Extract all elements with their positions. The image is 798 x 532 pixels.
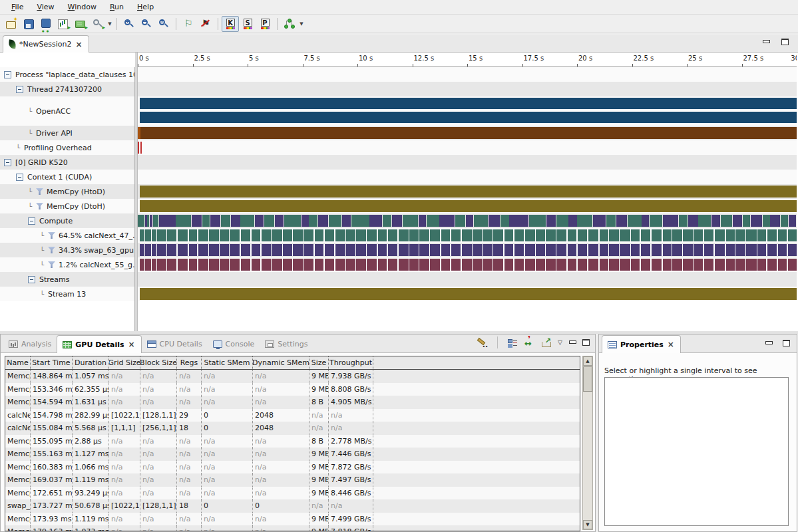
timeline-interval[interactable] [616, 215, 627, 227]
timeline-interval[interactable] [284, 215, 301, 227]
collapse-toggle-icon[interactable] [16, 86, 23, 93]
tab-analysis[interactable]: Analysis [3, 335, 57, 353]
tree-row-process[interactable]: Process "laplace_data_clauses 10... [0, 67, 134, 82]
timeline-interval[interactable] [466, 215, 473, 227]
timeline-interval[interactable] [455, 215, 465, 227]
menu-help[interactable]: Help [131, 1, 160, 13]
timeline-interval[interactable] [140, 112, 797, 123]
column-header-dynamic_smem[interactable]: Dynamic SMem [253, 356, 309, 369]
tree-row-kernel-calcnext47[interactable]: └64.5% calcNext_47_... [0, 228, 134, 243]
stream-coloring-button[interactable]: S [239, 16, 256, 32]
timeline-interval[interactable] [733, 215, 742, 227]
timeline-interval[interactable] [145, 215, 147, 227]
timeline-interval[interactable] [153, 215, 158, 227]
canvas-row-kernel-swap63[interactable] [138, 243, 797, 257]
timeline-interval[interactable] [159, 215, 176, 227]
timeline-interval[interactable] [264, 215, 274, 227]
column-header-regs[interactable]: Regs [177, 356, 202, 369]
timeline-interval[interactable] [427, 215, 439, 227]
timeline-interval[interactable] [781, 215, 788, 227]
process-coloring-button[interactable]: P [256, 16, 274, 32]
session-tab[interactable]: *NewSession2 × [3, 35, 89, 53]
timeline-interval[interactable] [568, 215, 576, 227]
timeline-interval[interactable] [176, 215, 191, 227]
timeline-interval[interactable] [138, 127, 797, 139]
canvas-row-stream-13[interactable] [138, 287, 797, 301]
timeline-interval[interactable] [474, 215, 488, 227]
save-button[interactable] [20, 16, 37, 32]
column-header-static_smem[interactable]: Static SMem [202, 356, 253, 369]
timeline-interval[interactable] [606, 215, 616, 227]
tree-row-profiling-overhead[interactable]: └Profiling Overhead [0, 140, 134, 155]
zoom-out-button[interactable]: − [138, 16, 155, 32]
tab-close-icon[interactable]: × [128, 340, 136, 349]
collapse-toggle-icon[interactable] [28, 217, 35, 225]
timeline-interval[interactable] [140, 200, 797, 212]
canvas-row-context-1[interactable] [138, 170, 797, 184]
tree-row-kernel-swap63[interactable]: └34.3% swap_63_gpu [0, 243, 134, 257]
session-tab-close-icon[interactable]: × [75, 40, 83, 49]
canvas-row-openacc[interactable] [138, 96, 797, 126]
canvas-row-streams[interactable] [138, 272, 797, 287]
timeline-interval[interactable] [500, 215, 509, 227]
zoom-fit-button[interactable]: ± [155, 16, 172, 32]
timeline-interval[interactable] [698, 215, 711, 227]
tree-row-compute[interactable]: Compute [0, 213, 134, 228]
timeline-interval[interactable] [663, 215, 678, 227]
timeline-interval[interactable] [351, 215, 369, 227]
analysis-mode-button[interactable] [281, 16, 298, 32]
timeline-interval[interactable] [546, 215, 556, 227]
find-button[interactable]: ▸ [89, 16, 106, 32]
edit-filter-icon[interactable] [477, 338, 487, 347]
import-session-button[interactable]: ▸ [72, 16, 89, 32]
filter-icon[interactable] [36, 188, 43, 195]
collapse-toggle-icon[interactable] [4, 71, 11, 78]
tree-row-stream-13[interactable]: └Stream 13 [0, 287, 134, 301]
timeline-interval[interactable] [221, 215, 230, 227]
details-maximize-button[interactable] [582, 339, 590, 346]
timeline-interval[interactable] [751, 215, 762, 227]
timeline-interval[interactable] [577, 215, 592, 227]
tab-cpu-details[interactable]: CPU Details [142, 335, 208, 353]
timeline-interval[interactable] [628, 215, 642, 227]
timeline-interval[interactable] [392, 215, 402, 227]
timeline-interval[interactable] [140, 288, 797, 300]
timeline-interval[interactable] [138, 127, 140, 139]
timeline-interval[interactable] [439, 215, 455, 227]
canvas-row-kernel-calcnext55[interactable] [138, 257, 797, 272]
scrollbar-thumb[interactable] [583, 366, 592, 392]
canvas-row-memcpy-dtoh[interactable] [138, 199, 797, 213]
timeline-interval[interactable] [301, 215, 309, 227]
tab-settings[interactable]: Settings [260, 335, 313, 353]
table-row[interactable]: Memcpy155.095 ms2.88 µsn/an/an/an/an/a8 … [5, 435, 580, 448]
analysis-mode-dropdown-icon[interactable]: ▼ [298, 16, 305, 32]
table-row[interactable]: Memcpy154.594 ms1.631 µsn/an/an/an/an/a8… [5, 396, 580, 409]
filter-icon[interactable] [48, 232, 55, 239]
save-all-button[interactable] [37, 16, 55, 32]
tree-row-context-1[interactable]: Context 1 (CUDA) [0, 170, 134, 184]
table-row[interactable]: calcNext155.084 ms5.568 µs[1,1,1][256,1,… [5, 422, 580, 435]
tree-row-grid-k520[interactable]: [0] GRID K520 [0, 155, 134, 170]
column-header-name[interactable]: Name [5, 356, 31, 369]
timeline-interval[interactable] [309, 215, 317, 227]
timeline-interval[interactable] [138, 142, 139, 154]
column-header-throughput[interactable]: Throughput [329, 356, 373, 369]
minimize-button[interactable] [763, 40, 769, 45]
column-header-start_time[interactable]: Start Time [31, 356, 73, 369]
column-header-duration[interactable]: Duration [73, 356, 109, 369]
timeline-interval[interactable] [770, 215, 780, 227]
tab-gpu-details[interactable]: GPU Details× [57, 335, 141, 353]
timeline-interval[interactable] [679, 215, 688, 227]
timeline-interval[interactable] [192, 215, 202, 227]
timeline-interval[interactable] [383, 215, 391, 227]
canvas-row-grid-k520[interactable] [138, 155, 797, 170]
new-session-button[interactable] [3, 16, 20, 32]
timeline-interval[interactable] [743, 215, 750, 227]
tree-row-memcpy-dtoh[interactable]: └MemCpy (DtoH) [0, 199, 134, 213]
table-row[interactable]: Memcpy153.346 ms62.355 µsn/an/an/an/an/a… [5, 383, 580, 396]
menu-run[interactable]: Run [104, 1, 130, 13]
table-scrollbar[interactable]: ▲ ▼ [582, 356, 593, 530]
timeline-interval[interactable] [140, 186, 797, 198]
group-layout-icon[interactable] [508, 338, 517, 347]
table-row[interactable]: Memcpy155.163 ms1.127 msn/an/an/an/an/a9… [5, 448, 580, 461]
